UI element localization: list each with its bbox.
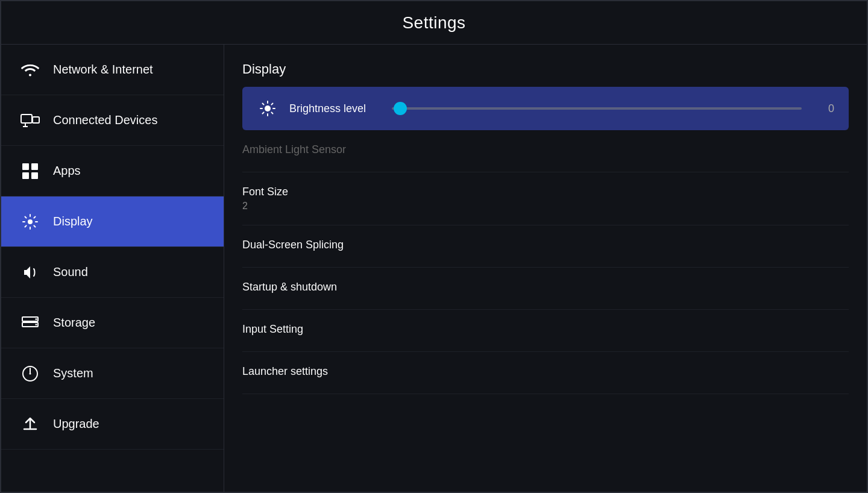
devices-icon xyxy=(19,110,41,131)
upgrade-icon xyxy=(19,413,41,435)
sidebar-item-upgrade[interactable]: Upgrade xyxy=(1,399,224,450)
svg-rect-1 xyxy=(33,117,39,123)
sidebar-item-storage[interactable]: Storage xyxy=(1,298,224,348)
section-title: Display xyxy=(242,45,849,87)
sidebar-label-apps: Apps xyxy=(53,164,81,178)
svg-rect-0 xyxy=(21,115,32,123)
setting-row-ambient-light[interactable]: Ambient Light Sensor xyxy=(242,130,849,172)
brightness-slider-container[interactable] xyxy=(392,107,802,110)
setting-row-input-setting[interactable]: Input Setting xyxy=(242,310,849,352)
brightness-slider-track xyxy=(392,107,802,110)
sidebar-label-network: Network & Internet xyxy=(53,63,153,77)
main-content: Network & Internet Connected Devices xyxy=(1,45,867,492)
brightness-slider-thumb xyxy=(394,102,407,115)
svg-rect-7 xyxy=(31,172,38,179)
svg-rect-5 xyxy=(31,163,38,170)
sidebar-label-upgrade: Upgrade xyxy=(53,417,99,431)
sidebar-item-system[interactable]: System xyxy=(1,348,224,399)
sidebar-label-system: System xyxy=(53,366,93,380)
sidebar-label-connected-devices: Connected Devices xyxy=(53,113,157,127)
brightness-value: 0 xyxy=(816,102,834,115)
svg-point-16 xyxy=(265,105,271,111)
sidebar-item-network[interactable]: Network & Internet xyxy=(1,45,224,95)
system-icon xyxy=(19,363,41,385)
startup-shutdown-title: Startup & shutdown xyxy=(242,281,849,294)
sidebar-label-storage: Storage xyxy=(53,316,95,330)
svg-point-12 xyxy=(36,324,37,325)
launcher-settings-title: Launcher settings xyxy=(242,365,849,378)
apps-icon xyxy=(19,160,41,182)
setting-row-startup-shutdown[interactable]: Startup & shutdown xyxy=(242,268,849,310)
brightness-row[interactable]: Brightness level 0 xyxy=(242,87,849,130)
setting-row-launcher-settings[interactable]: Launcher settings xyxy=(242,352,849,394)
display-settings-icon xyxy=(19,211,41,233)
page-title: Settings xyxy=(402,13,465,33)
sidebar-label-display: Display xyxy=(53,215,93,228)
svg-rect-4 xyxy=(22,163,29,170)
dual-screen-title: Dual-Screen Splicing xyxy=(242,239,849,251)
brightness-label: Brightness level xyxy=(289,102,380,115)
sidebar: Network & Internet Connected Devices xyxy=(1,45,224,492)
sidebar-item-apps[interactable]: Apps xyxy=(1,146,224,196)
sidebar-item-sound[interactable]: Sound xyxy=(1,247,224,298)
font-size-subtitle: 2 xyxy=(242,201,849,212)
svg-rect-6 xyxy=(22,172,29,179)
title-bar: Settings xyxy=(1,1,867,45)
sidebar-item-display[interactable]: Display xyxy=(1,196,224,247)
content-panel: Display Brightness level 0 xyxy=(224,45,867,492)
ambient-light-title: Ambient Light Sensor xyxy=(242,143,849,156)
wifi-icon xyxy=(19,59,41,81)
font-size-title: Font Size xyxy=(242,186,849,198)
brightness-icon xyxy=(257,98,278,119)
sidebar-item-connected-devices[interactable]: Connected Devices xyxy=(1,95,224,146)
sound-icon xyxy=(19,262,41,283)
input-setting-title: Input Setting xyxy=(242,323,849,336)
app-window: Settings Network & Internet xyxy=(0,0,868,493)
svg-point-8 xyxy=(28,219,33,224)
storage-icon xyxy=(19,312,41,334)
setting-row-dual-screen[interactable]: Dual-Screen Splicing xyxy=(242,225,849,268)
svg-point-11 xyxy=(36,318,37,320)
setting-row-font-size[interactable]: Font Size 2 xyxy=(242,172,849,225)
sidebar-label-sound: Sound xyxy=(53,265,88,279)
